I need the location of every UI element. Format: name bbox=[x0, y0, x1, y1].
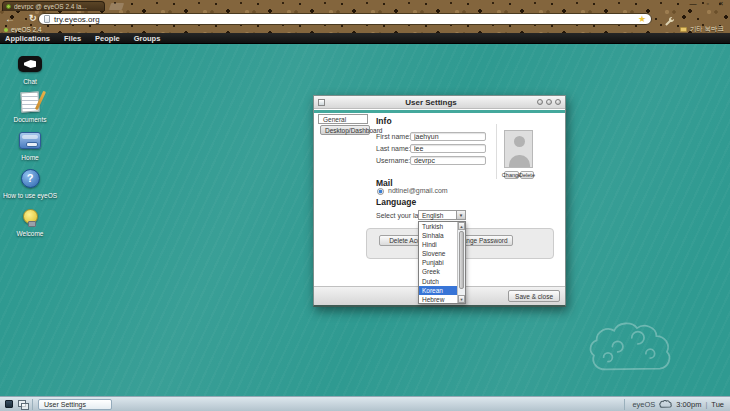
username-field[interactable] bbox=[410, 156, 486, 165]
tab-title: devrpc @ eyeOS 2.4 la... bbox=[14, 3, 87, 10]
desktop-icon-label: Welcome bbox=[2, 230, 58, 237]
option-korean-highlighted[interactable]: Korean bbox=[419, 286, 457, 295]
chat-icon bbox=[2, 52, 58, 76]
section-divider bbox=[496, 124, 497, 179]
bookmark-label: eyeOS 2.4 bbox=[11, 26, 42, 33]
email-radio[interactable] bbox=[377, 188, 384, 195]
bookmark-favicon bbox=[4, 28, 8, 32]
browser-window-controls[interactable]: — ▫ × bbox=[690, 0, 727, 7]
tab-desktop-dashboard[interactable]: Desktop/Dashboard bbox=[320, 125, 370, 135]
window-icon bbox=[318, 99, 325, 106]
bookmark-eyeos[interactable]: eyeOS 2.4 bbox=[4, 26, 42, 33]
scroll-up-icon[interactable]: ▲ bbox=[458, 222, 465, 230]
lightbulb-icon bbox=[2, 204, 58, 228]
forward-icon[interactable]: → bbox=[18, 11, 28, 26]
avatar-delete-button[interactable]: Delete bbox=[520, 171, 534, 179]
desktop-icon-home[interactable]: Home bbox=[2, 128, 58, 161]
desktop-icon-chat[interactable]: Chat bbox=[2, 52, 58, 85]
window-titlebar[interactable]: User Settings bbox=[314, 96, 565, 109]
show-windows-icon[interactable] bbox=[18, 400, 27, 408]
minimize-icon[interactable] bbox=[537, 99, 543, 105]
option-dutch[interactable]: Dutch bbox=[419, 277, 457, 286]
scrollbar-thumb[interactable] bbox=[459, 231, 464, 289]
new-tab-button[interactable] bbox=[109, 3, 124, 10]
taskbar-window-button[interactable]: User Settings bbox=[38, 399, 112, 410]
option-slovene[interactable]: Slovene bbox=[419, 249, 457, 258]
other-bookmarks[interactable]: 기타 북마크 bbox=[680, 26, 724, 33]
language-heading: Language bbox=[376, 197, 416, 207]
option-sinhala[interactable]: Sinhala bbox=[419, 231, 457, 240]
desktop-icon-welcome[interactable]: Welcome bbox=[2, 204, 58, 237]
info-heading: Info bbox=[376, 116, 392, 126]
taskbar-separator bbox=[32, 399, 33, 410]
menu-files[interactable]: Files bbox=[64, 34, 81, 43]
page-icon bbox=[44, 15, 50, 23]
maximize-icon[interactable] bbox=[546, 99, 552, 105]
clock-separator: | bbox=[705, 400, 707, 409]
last-name-field[interactable] bbox=[410, 144, 486, 153]
first-name-label: First name: bbox=[376, 133, 411, 140]
dropdown-scrollbar[interactable]: ▲ ▼ bbox=[457, 222, 465, 303]
address-bar[interactable]: try.eyeos.org ★ bbox=[38, 13, 652, 25]
option-greek[interactable]: Greek bbox=[419, 267, 457, 276]
reload-icon[interactable]: ↻ bbox=[29, 11, 37, 26]
home-icon bbox=[2, 128, 58, 152]
menu-applications[interactable]: Applications bbox=[5, 34, 50, 43]
desktop-icon-label: Home bbox=[2, 154, 58, 161]
browser-tab[interactable]: devrpc @ eyeOS 2.4 la... bbox=[2, 1, 105, 11]
eyeos-favicon bbox=[6, 4, 11, 9]
username-label: Username: bbox=[376, 157, 410, 164]
taskbar-tray: eyeOS 3:00pm | Tue bbox=[624, 399, 730, 410]
scroll-down-icon[interactable]: ▼ bbox=[458, 295, 465, 303]
eyeos-menubar: Applications Files People Groups bbox=[0, 33, 730, 44]
screen: devrpc @ eyeOS 2.4 la... — ▫ × ← → ↻ try… bbox=[0, 0, 730, 411]
option-hindi[interactable]: Hindi bbox=[419, 240, 457, 249]
taskbar-menu-icon[interactable] bbox=[5, 400, 13, 408]
close-icon[interactable] bbox=[555, 99, 561, 105]
menu-groups[interactable]: Groups bbox=[134, 34, 161, 43]
chevron-down-icon[interactable]: ▼ bbox=[456, 211, 465, 219]
titlebar-accent bbox=[314, 110, 565, 113]
last-name-label: Last name: bbox=[376, 145, 411, 152]
tab-general[interactable]: General bbox=[318, 114, 368, 124]
window-title: User Settings bbox=[325, 98, 537, 107]
eyeos-brand-label: eyeOS bbox=[632, 400, 655, 409]
help-icon: ? bbox=[2, 166, 58, 190]
user-settings-window: User Settings General Desktop/Dashboard … bbox=[313, 95, 566, 307]
day-label[interactable]: Tue bbox=[711, 400, 724, 409]
option-turkish[interactable]: Turkish bbox=[419, 222, 457, 231]
desktop-icon-label: Chat bbox=[2, 78, 58, 85]
language-select[interactable]: English ▼ bbox=[418, 210, 466, 220]
browser-chrome: devrpc @ eyeOS 2.4 la... — ▫ × ← → ↻ try… bbox=[0, 0, 730, 33]
wrench-menu-icon[interactable] bbox=[664, 13, 675, 24]
bookmark-star-icon[interactable]: ★ bbox=[638, 14, 646, 24]
desktop-icon-label: How to use eyeOS bbox=[2, 192, 58, 199]
desktop-icon-documents[interactable]: Documents bbox=[2, 90, 58, 123]
menu-people[interactable]: People bbox=[95, 34, 120, 43]
first-name-field[interactable] bbox=[410, 132, 486, 141]
taskbar: User Settings eyeOS 3:00pm | Tue bbox=[0, 396, 730, 411]
language-selected-value: English bbox=[419, 212, 456, 219]
desktop-icon-label: Documents bbox=[2, 116, 58, 123]
language-dropdown-list: Turkish Sinhala Hindi Slovene Punjabi Gr… bbox=[418, 221, 466, 304]
desktop-icon-howto[interactable]: ? How to use eyeOS bbox=[2, 166, 58, 199]
save-and-close-button[interactable]: Save & close bbox=[508, 290, 560, 302]
option-punjabi[interactable]: Punjabi bbox=[419, 258, 457, 267]
option-hebrew[interactable]: Hebrew bbox=[419, 295, 457, 304]
back-icon[interactable]: ← bbox=[5, 11, 15, 26]
url-text[interactable]: try.eyeos.org bbox=[54, 15, 638, 24]
eyeos-logo-icon bbox=[659, 400, 672, 409]
avatar-change-button[interactable]: Change bbox=[504, 171, 519, 179]
folder-icon bbox=[680, 27, 687, 32]
documents-icon bbox=[2, 90, 58, 114]
eyeos-cloud-watermark bbox=[586, 320, 674, 386]
clock[interactable]: 3:00pm bbox=[676, 400, 701, 409]
avatar bbox=[504, 130, 533, 168]
email-address: ndtinel@gmail.com bbox=[388, 187, 448, 194]
